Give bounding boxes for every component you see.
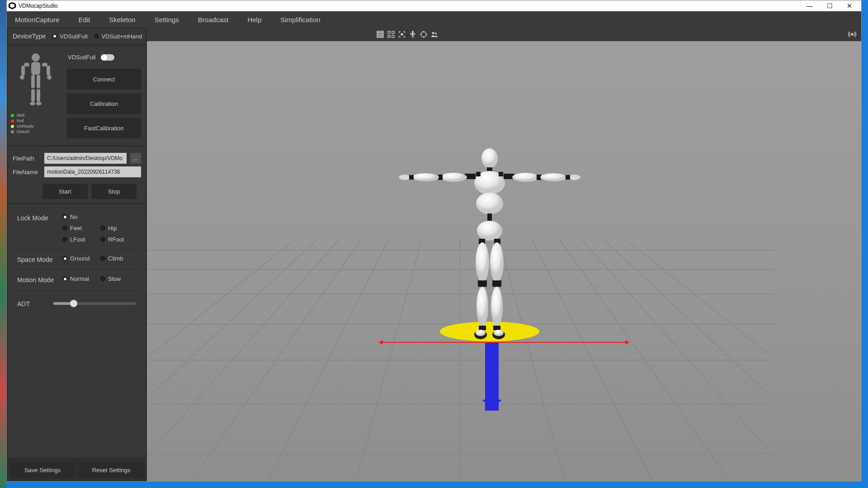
radio-motion-normal[interactable]: Normal: [62, 275, 94, 282]
radio-dot-icon: [62, 214, 67, 219]
focus-icon[interactable]: [396, 29, 407, 40]
start-button[interactable]: Start: [42, 184, 88, 199]
menu-broadcast[interactable]: Broadcast: [194, 14, 232, 25]
svg-rect-16: [392, 31, 394, 33]
svg-rect-76: [479, 326, 486, 330]
radio-space-climb[interactable]: Climb: [100, 255, 132, 262]
svg-rect-1: [31, 62, 40, 75]
radio-space-ground[interactable]: Ground: [62, 255, 94, 262]
filepath-input[interactable]: [44, 153, 127, 164]
connect-button[interactable]: Connect: [67, 69, 141, 90]
radio-lock-hip[interactable]: Hip: [100, 225, 132, 232]
suit-toggle[interactable]: [101, 54, 114, 61]
radio-dot-icon: [52, 34, 57, 39]
space-mode-label: Space Mode: [17, 255, 58, 263]
mannequin: [395, 146, 585, 349]
window-title: VDMocapStudio: [19, 3, 800, 9]
menu-motioncapture[interactable]: MotionCapture: [11, 14, 63, 25]
axis-z-icon: [485, 343, 499, 411]
svg-rect-5: [47, 66, 50, 76]
radio-vdsuitfull[interactable]: VDSuitFull: [52, 33, 87, 40]
svg-rect-21: [412, 33, 414, 35]
svg-point-12: [30, 102, 35, 105]
minimize-button[interactable]: —: [800, 1, 820, 11]
adt-slider[interactable]: [53, 302, 137, 305]
menu-edit[interactable]: Edit: [75, 14, 94, 25]
maximize-button[interactable]: ☐: [820, 1, 840, 11]
broadcast-icon[interactable]: [847, 29, 858, 40]
svg-rect-69: [566, 175, 570, 180]
slider-thumb-icon[interactable]: [70, 300, 77, 307]
svg-rect-9: [37, 75, 40, 88]
grid-toggle-icon[interactable]: [375, 29, 386, 40]
filepath-label: FilePath: [13, 155, 41, 162]
svg-point-6: [20, 75, 24, 80]
boxes-icon[interactable]: [386, 29, 396, 40]
body-icon[interactable]: [407, 29, 418, 40]
null-dot-icon: [11, 119, 14, 123]
svg-point-19: [401, 33, 403, 35]
svg-rect-11: [37, 89, 40, 102]
svg-rect-18: [392, 35, 394, 38]
svg-point-66: [512, 173, 539, 182]
sidebar: DeviceType VDSuitFull VDSuit+mHand: [7, 28, 147, 481]
radio-dot-icon: [62, 256, 67, 261]
filename-input[interactable]: [44, 166, 141, 177]
svg-rect-24: [412, 35, 413, 38]
svg-rect-77: [493, 326, 500, 330]
close-button[interactable]: ✕: [840, 1, 859, 11]
file-panel: FilePath ... FileName Start Stop: [8, 147, 146, 203]
save-settings-button[interactable]: Save Settings: [10, 462, 75, 478]
radio-motion-slow[interactable]: Slow: [100, 275, 132, 282]
stop-button[interactable]: Stop: [91, 184, 137, 199]
radio-dot-icon: [62, 226, 67, 231]
svg-point-57: [477, 221, 502, 241]
svg-point-68: [540, 173, 567, 181]
svg-point-50: [481, 148, 498, 168]
svg-point-28: [435, 33, 437, 34]
svg-point-74: [476, 287, 488, 327]
browse-button[interactable]: ...: [130, 153, 141, 164]
well-dot-icon: [11, 114, 14, 117]
viewport-canvas[interactable]: [147, 41, 861, 481]
users-icon[interactable]: [429, 29, 440, 40]
fast-calibration-button[interactable]: FastCalibration: [67, 118, 141, 138]
radio-dot-icon: [100, 226, 105, 231]
target-icon[interactable]: [418, 29, 429, 40]
calibration-button[interactable]: Calibration: [67, 93, 141, 114]
svg-rect-72: [478, 280, 487, 287]
radio-dot-icon: [100, 276, 105, 281]
radio-dot-icon: [100, 237, 105, 242]
app-window: VDMocapStudio — ☐ ✕ MotionCapture Edit S…: [6, 0, 862, 482]
menu-simplification[interactable]: Simplification: [277, 14, 324, 25]
radio-lock-lfoot[interactable]: LFoot: [62, 236, 94, 243]
radio-lock-feet[interactable]: Feet: [62, 225, 94, 232]
menu-skeleton[interactable]: Skeleton: [105, 14, 139, 25]
device-type-label: DeviceType: [13, 33, 46, 40]
svg-rect-64: [409, 175, 414, 180]
disturb-dot-icon: [11, 130, 14, 133]
svg-point-20: [412, 31, 414, 33]
app-icon: [9, 2, 16, 9]
svg-rect-54: [499, 172, 503, 176]
radio-dot-icon: [62, 237, 67, 242]
svg-point-29: [851, 33, 853, 35]
radio-lock-rfoot[interactable]: RFoot: [100, 236, 132, 243]
svg-rect-22: [410, 33, 411, 35]
svg-point-0: [32, 53, 40, 62]
svg-point-61: [440, 173, 467, 182]
radio-vdsuit-mhand[interactable]: VDSuit+mHand: [94, 33, 142, 40]
titlebar[interactable]: VDMocapStudio — ☐ ✕: [7, 0, 861, 11]
reset-settings-button[interactable]: Reset Settings: [79, 462, 144, 478]
menu-settings[interactable]: Settings: [151, 14, 183, 25]
suit-label: VDSuitFull: [68, 54, 95, 61]
svg-rect-25: [413, 35, 414, 38]
svg-rect-2: [24, 63, 29, 66]
svg-rect-53: [476, 172, 481, 176]
menubar: MotionCapture Edit Skeleton Settings Bro…: [7, 11, 861, 28]
radio-lock-no[interactable]: No: [62, 213, 94, 220]
menu-help[interactable]: Help: [244, 14, 265, 25]
sensor-legend: Well Null UnReady Disturb: [11, 113, 61, 134]
modes-panel: Lock Mode No Feet Hip LFoot RFoot Spa: [8, 204, 146, 458]
svg-rect-3: [42, 63, 47, 66]
